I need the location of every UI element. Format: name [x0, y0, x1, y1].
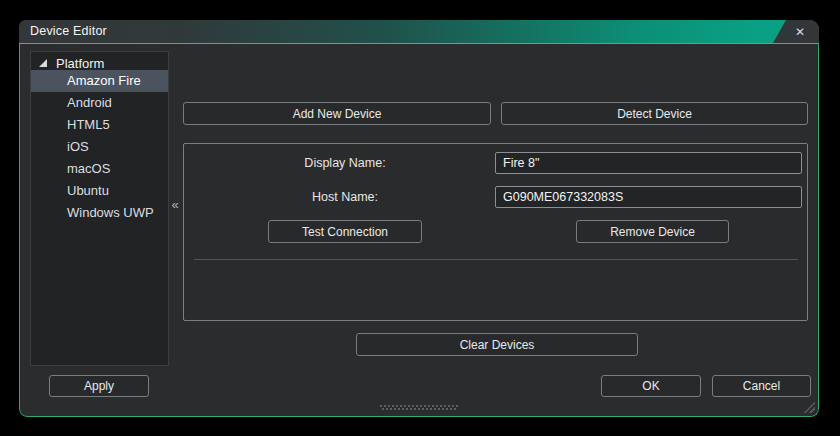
window-title: Device Editor [30, 20, 107, 43]
test-connection-button[interactable]: Test Connection [268, 220, 422, 243]
tree-expanded-icon[interactable] [39, 59, 47, 67]
close-button[interactable]: ✕ [773, 20, 819, 43]
tree-item-windows-uwp[interactable]: Windows UWP [31, 202, 168, 224]
clear-devices-button[interactable]: Clear Devices [356, 333, 638, 356]
add-new-device-button[interactable]: Add New Device [183, 102, 491, 125]
display-name-label: Display Name: [184, 156, 506, 170]
host-name-input[interactable] [495, 186, 802, 208]
resize-corner-grip[interactable] [802, 400, 815, 413]
cancel-button[interactable]: Cancel [712, 375, 811, 397]
tree-root-label: Platform [56, 56, 104, 71]
platform-list: Amazon Fire Android HTML5 iOS macOS Ubun… [31, 70, 168, 224]
display-name-input[interactable] [495, 152, 802, 174]
tree-item-ubuntu[interactable]: Ubuntu [31, 180, 168, 202]
tree-item-ios[interactable]: iOS [31, 136, 168, 158]
tree-item-android[interactable]: Android [31, 92, 168, 114]
title-bar[interactable]: Device Editor ✕ [19, 20, 819, 43]
panel-collapse-chevron-icon[interactable]: « [169, 195, 181, 215]
host-name-label: Host Name: [184, 190, 506, 204]
tree-item-html5[interactable]: HTML5 [31, 114, 168, 136]
dialog-client-area: Platform Amazon Fire Android HTML5 iOS m… [19, 43, 819, 417]
resize-dots-handle[interactable] [380, 405, 458, 410]
screen-background: Device Editor ✕ Platform Amazon Fire And… [0, 0, 840, 436]
device-details-group: Display Name: Host Name: Test Connection… [183, 143, 808, 321]
tree-item-macos[interactable]: macOS [31, 158, 168, 180]
detect-device-button[interactable]: Detect Device [501, 102, 808, 125]
device-editor-window: Device Editor ✕ Platform Amazon Fire And… [19, 20, 819, 417]
group-separator [194, 259, 798, 260]
ok-button[interactable]: OK [601, 375, 701, 397]
platform-tree-panel: Platform Amazon Fire Android HTML5 iOS m… [30, 51, 169, 366]
apply-button[interactable]: Apply [49, 375, 149, 397]
tree-item-amazon-fire[interactable]: Amazon Fire [31, 70, 168, 92]
close-icon: ✕ [787, 26, 805, 38]
remove-device-button[interactable]: Remove Device [576, 220, 729, 243]
